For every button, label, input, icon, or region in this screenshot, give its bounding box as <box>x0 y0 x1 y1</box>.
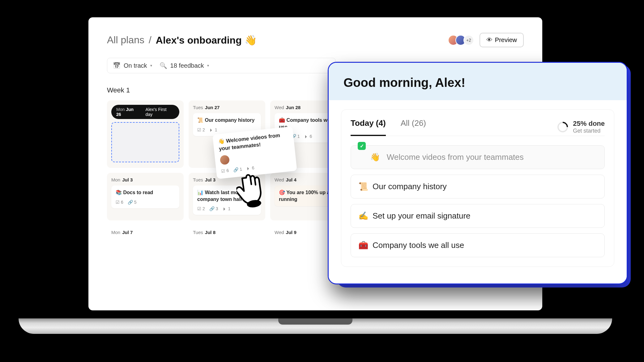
link-icon <box>128 200 133 205</box>
card-title: 📜 Our company history <box>197 117 257 124</box>
status-filter-label: On track <box>124 62 147 69</box>
task-tabs: Today (4) All (26) 25% done Get started <box>351 118 605 136</box>
task-emoji: 🧰 <box>358 241 368 250</box>
day-cell-tue-jul8[interactable]: Tues Jul 8 <box>189 225 265 253</box>
day-cell-mon-jun26[interactable]: Mon Jun 26 Alex's First day <box>107 100 184 168</box>
day-header: Tues Jul 8 <box>193 230 261 235</box>
progress-percent: 25% done <box>573 120 605 128</box>
card-drop-placeholder[interactable] <box>111 122 179 162</box>
tab-all[interactable]: All (26) <box>401 118 426 136</box>
check-icon <box>116 200 120 205</box>
tab-today[interactable]: Today (4) <box>351 118 386 136</box>
card-title: 📚 Docs to read <box>116 189 175 196</box>
task-label: Company tools we all use <box>373 241 464 250</box>
breadcrumb-root[interactable]: All plans <box>107 34 144 46</box>
laptop-notch <box>278 318 352 325</box>
eye-icon <box>486 36 493 44</box>
status-filter[interactable]: On track ▾ <box>113 62 152 69</box>
task-emoji: 👋 <box>370 152 380 162</box>
header-right: +2 Preview <box>451 33 524 47</box>
check-icon <box>197 206 201 211</box>
task-item-welcome-videos[interactable]: ✓ 👋 Welcome videos from your teammates <box>351 145 605 169</box>
header: All plans / Alex's onboarding 👋 +2 Previ… <box>107 33 524 47</box>
calendar-icon <box>113 62 121 69</box>
card-title: 👋 Welcome videos from your teammates! <box>218 131 290 152</box>
breadcrumb-sep: / <box>149 34 151 46</box>
tasks-card: Today (4) All (26) 25% done Get started … <box>341 109 614 267</box>
day-header: Tues Jun 27 <box>193 105 261 110</box>
video-icon <box>223 206 227 211</box>
day-cell-mon-jul3[interactable]: Mon Jul 3 📚 Docs to read 6 5 <box>107 173 184 220</box>
day-badge-first-day: Mon Jun 26 Alex's First day <box>111 105 179 119</box>
task-item-company-history[interactable]: 📜 Our company history <box>351 175 605 198</box>
search-icon <box>160 62 167 69</box>
preview-button[interactable]: Preview <box>480 33 524 47</box>
breadcrumb: All plans / Alex's onboarding 👋 <box>107 34 257 46</box>
employee-panel: Good morning, Alex! Today (4) All (26) 2… <box>328 62 628 284</box>
task-card-docs-to-read[interactable]: 📚 Docs to read 6 5 <box>111 185 179 208</box>
video-icon <box>304 134 309 139</box>
task-label: Welcome videos from your teammates <box>387 152 524 162</box>
greeting-title: Good morning, Alex! <box>343 76 612 90</box>
task-label: Our company history <box>373 182 447 191</box>
employee-panel-header: Good morning, Alex! <box>329 63 627 100</box>
day-cell-mon-jul7[interactable]: Mon Jul 7 <box>107 225 184 253</box>
card-meta: 6 5 <box>116 200 175 205</box>
day-header: Mon Jul 3 <box>111 177 179 182</box>
progress-ring-icon <box>555 120 570 134</box>
filter-bar: On track ▾ 18 feedback ▾ <box>107 58 336 73</box>
task-item-email-signature[interactable]: ✍️ Set up your email signature <box>351 204 605 228</box>
chevron-down-icon: ▾ <box>207 63 209 68</box>
link-icon <box>209 206 215 211</box>
link-icon <box>233 167 239 172</box>
day-header: Mon Jul 7 <box>111 230 179 235</box>
assignee-avatar <box>220 155 230 165</box>
progress-subtitle: Get started <box>573 128 605 134</box>
task-item-company-tools[interactable]: 🧰 Company tools we all use <box>351 233 605 257</box>
check-icon <box>197 127 201 132</box>
video-icon <box>246 166 251 171</box>
employee-panel-body: Today (4) All (26) 25% done Get started … <box>329 100 627 279</box>
avatar-more-count: +2 <box>463 35 474 45</box>
chevron-down-icon: ▾ <box>150 63 152 68</box>
video-icon <box>209 127 214 132</box>
collaborator-avatars[interactable]: +2 <box>451 35 474 45</box>
feedback-filter-label: 18 feedback <box>170 62 204 69</box>
task-list: ✓ 👋 Welcome videos from your teammates 📜… <box>351 145 605 257</box>
feedback-filter[interactable]: 18 feedback ▾ <box>160 62 209 69</box>
task-emoji: 📜 <box>358 182 368 191</box>
task-emoji: ✍️ <box>358 211 368 221</box>
drag-cursor-icon <box>234 170 270 212</box>
laptop-base <box>19 318 612 334</box>
check-icon <box>221 168 226 173</box>
breadcrumb-current: Alex's onboarding 👋 <box>156 34 257 46</box>
task-label: Set up your email signature <box>373 211 471 221</box>
checkmark-icon: ✓ <box>358 142 366 150</box>
preview-button-label: Preview <box>495 36 517 44</box>
progress-indicator: 25% done Get started <box>557 120 605 134</box>
